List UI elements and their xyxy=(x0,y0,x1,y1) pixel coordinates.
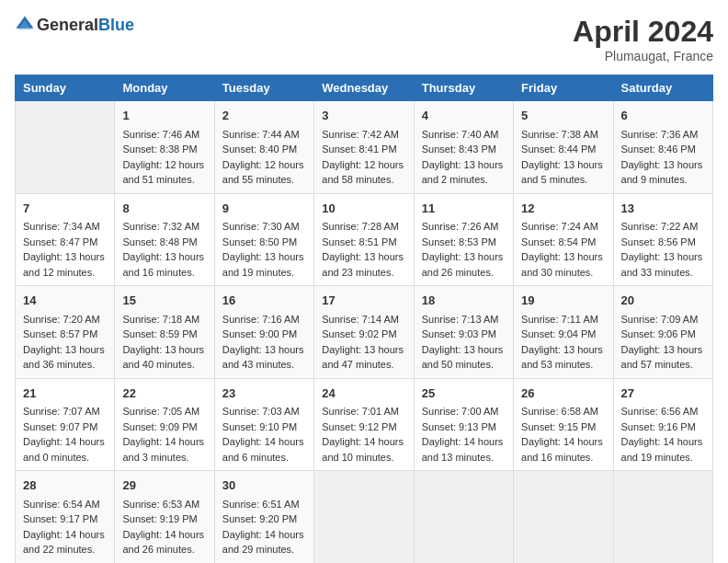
calendar-cell: 21Sunrise: 7:07 AMSunset: 9:07 PMDayligh… xyxy=(16,378,115,471)
daylight-text: Daylight: 13 hours and 2 minutes. xyxy=(422,159,504,186)
sunrise-text: Sunrise: 7:28 AM xyxy=(322,221,399,232)
day-number: 22 xyxy=(122,385,206,403)
sunrise-text: Sunrise: 6:56 AM xyxy=(621,406,699,417)
title-block: April 2024 Plumaugat, France xyxy=(573,15,713,63)
sunrise-text: Sunrise: 7:34 AM xyxy=(23,221,100,232)
day-number: 11 xyxy=(422,200,506,218)
sunset-text: Sunset: 9:02 PM xyxy=(322,328,396,339)
sunrise-text: Sunrise: 7:09 AM xyxy=(621,314,699,325)
daylight-text: Daylight: 14 hours and 10 minutes. xyxy=(322,436,404,463)
daylight-text: Daylight: 14 hours and 0 minutes. xyxy=(23,436,105,463)
weekday-header-saturday: Saturday xyxy=(613,75,712,101)
sunset-text: Sunset: 9:19 PM xyxy=(122,513,197,524)
daylight-text: Daylight: 13 hours and 12 minutes. xyxy=(23,251,105,278)
calendar-cell: 1Sunrise: 7:46 AMSunset: 8:38 PMDaylight… xyxy=(115,101,214,194)
sunset-text: Sunset: 8:46 PM xyxy=(621,144,696,155)
daylight-text: Daylight: 12 hours and 55 minutes. xyxy=(222,159,304,186)
sunrise-text: Sunrise: 7:01 AM xyxy=(322,406,399,417)
sunrise-text: Sunrise: 7:03 AM xyxy=(222,406,300,417)
day-number: 12 xyxy=(521,200,605,218)
calendar-cell: 26Sunrise: 6:58 AMSunset: 9:15 PMDayligh… xyxy=(514,378,613,471)
calendar-cell: 15Sunrise: 7:18 AMSunset: 8:59 PMDayligh… xyxy=(115,286,214,379)
daylight-text: Daylight: 13 hours and 50 minutes. xyxy=(422,344,504,371)
sunrise-text: Sunrise: 7:07 AM xyxy=(23,406,100,417)
sunset-text: Sunset: 9:15 PM xyxy=(521,421,596,432)
calendar-table: SundayMondayTuesdayWednesdayThursdayFrid… xyxy=(15,75,713,563)
calendar-cell: 3Sunrise: 7:42 AMSunset: 8:41 PMDaylight… xyxy=(314,101,414,194)
sunset-text: Sunset: 8:47 PM xyxy=(23,236,97,247)
day-number: 18 xyxy=(422,292,506,310)
daylight-text: Daylight: 13 hours and 53 minutes. xyxy=(521,344,603,371)
sunrise-text: Sunrise: 7:22 AM xyxy=(621,221,699,232)
calendar-cell: 27Sunrise: 6:56 AMSunset: 9:16 PMDayligh… xyxy=(613,378,712,471)
daylight-text: Daylight: 13 hours and 30 minutes. xyxy=(521,251,603,278)
calendar-cell: 2Sunrise: 7:44 AMSunset: 8:40 PMDaylight… xyxy=(214,101,313,194)
calendar-cell: 22Sunrise: 7:05 AMSunset: 9:09 PMDayligh… xyxy=(115,378,214,471)
sunset-text: Sunset: 8:40 PM xyxy=(222,144,297,155)
daylight-text: Daylight: 14 hours and 16 minutes. xyxy=(521,436,603,463)
sunset-text: Sunset: 9:09 PM xyxy=(122,421,197,432)
weekday-header-friday: Friday xyxy=(514,75,613,101)
sunset-text: Sunset: 9:17 PM xyxy=(23,513,97,524)
week-row-5: 28Sunrise: 6:54 AMSunset: 9:17 PMDayligh… xyxy=(16,471,713,564)
day-number: 23 xyxy=(222,385,306,403)
sunrise-text: Sunrise: 7:38 AM xyxy=(521,129,598,140)
calendar-cell: 5Sunrise: 7:38 AMSunset: 8:44 PMDaylight… xyxy=(514,101,613,194)
sunrise-text: Sunrise: 7:18 AM xyxy=(122,314,199,325)
weekday-header-wednesday: Wednesday xyxy=(314,75,414,101)
week-row-4: 21Sunrise: 7:07 AMSunset: 9:07 PMDayligh… xyxy=(16,378,713,471)
day-number: 30 xyxy=(222,477,306,495)
calendar-cell: 29Sunrise: 6:53 AMSunset: 9:19 PMDayligh… xyxy=(115,471,214,564)
day-number: 9 xyxy=(222,200,306,218)
sunrise-text: Sunrise: 6:58 AM xyxy=(521,406,598,417)
sunset-text: Sunset: 8:50 PM xyxy=(222,236,297,247)
calendar-cell: 12Sunrise: 7:24 AMSunset: 8:54 PMDayligh… xyxy=(514,193,613,286)
calendar-cell: 6Sunrise: 7:36 AMSunset: 8:46 PMDaylight… xyxy=(613,101,712,194)
daylight-text: Daylight: 12 hours and 51 minutes. xyxy=(122,159,204,186)
day-number: 28 xyxy=(23,477,107,495)
calendar-cell xyxy=(314,471,414,564)
sunset-text: Sunset: 8:38 PM xyxy=(122,144,197,155)
weekday-header-monday: Monday xyxy=(115,75,214,101)
daylight-text: Daylight: 13 hours and 5 minutes. xyxy=(521,159,603,186)
sunrise-text: Sunrise: 7:36 AM xyxy=(621,129,699,140)
daylight-text: Daylight: 13 hours and 40 minutes. xyxy=(122,344,204,371)
sunset-text: Sunset: 8:54 PM xyxy=(521,236,596,247)
weekday-header-sunday: Sunday xyxy=(16,75,115,101)
daylight-text: Daylight: 13 hours and 57 minutes. xyxy=(621,344,703,371)
calendar-cell: 11Sunrise: 7:26 AMSunset: 8:53 PMDayligh… xyxy=(414,193,513,286)
daylight-text: Daylight: 12 hours and 58 minutes. xyxy=(322,159,404,186)
day-number: 26 xyxy=(521,385,605,403)
sunrise-text: Sunrise: 7:26 AM xyxy=(422,221,499,232)
logo-text-general: General xyxy=(37,16,98,34)
daylight-text: Daylight: 14 hours and 29 minutes. xyxy=(222,529,304,556)
sunset-text: Sunset: 8:57 PM xyxy=(23,328,97,339)
sunrise-text: Sunrise: 7:30 AM xyxy=(222,221,300,232)
calendar-cell xyxy=(414,471,513,564)
page-header: GeneralBlue April 2024 Plumaugat, France xyxy=(15,15,713,63)
sunrise-text: Sunrise: 7:11 AM xyxy=(521,314,598,325)
day-number: 15 xyxy=(122,292,206,310)
day-number: 16 xyxy=(222,292,306,310)
calendar-cell: 25Sunrise: 7:00 AMSunset: 9:13 PMDayligh… xyxy=(414,378,513,471)
calendar-cell: 28Sunrise: 6:54 AMSunset: 9:17 PMDayligh… xyxy=(16,471,115,564)
sunset-text: Sunset: 9:06 PM xyxy=(621,328,696,339)
day-number: 8 xyxy=(122,200,206,218)
calendar-cell xyxy=(613,471,712,564)
logo-icon xyxy=(15,15,35,35)
calendar-cell: 16Sunrise: 7:16 AMSunset: 9:00 PMDayligh… xyxy=(214,286,313,379)
logo-text-blue: Blue xyxy=(98,16,134,34)
sunset-text: Sunset: 9:13 PM xyxy=(422,421,496,432)
daylight-text: Daylight: 14 hours and 26 minutes. xyxy=(122,529,204,556)
day-number: 6 xyxy=(621,107,705,125)
day-number: 17 xyxy=(322,292,405,310)
weekday-header-tuesday: Tuesday xyxy=(214,75,313,101)
calendar-cell: 24Sunrise: 7:01 AMSunset: 9:12 PMDayligh… xyxy=(314,378,414,471)
calendar-cell: 19Sunrise: 7:11 AMSunset: 9:04 PMDayligh… xyxy=(514,286,613,379)
calendar-cell: 30Sunrise: 6:51 AMSunset: 9:20 PMDayligh… xyxy=(214,471,313,564)
day-number: 1 xyxy=(122,107,206,125)
daylight-text: Daylight: 14 hours and 3 minutes. xyxy=(122,436,204,463)
sunset-text: Sunset: 9:04 PM xyxy=(521,328,596,339)
sunset-text: Sunset: 8:43 PM xyxy=(422,144,496,155)
calendar-cell: 7Sunrise: 7:34 AMSunset: 8:47 PMDaylight… xyxy=(16,193,115,286)
